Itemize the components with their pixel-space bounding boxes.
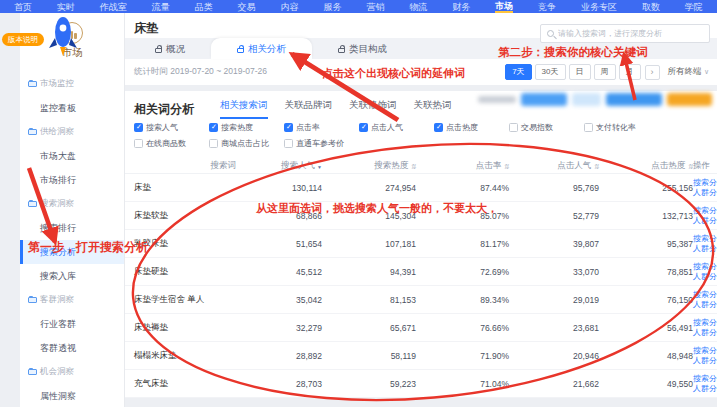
- related-words-panel: 相关词分析 相关搜索词关联品牌词关联修饰词关联热词 搜索人气 搜索热度 点击率: [125, 91, 717, 398]
- blurred-button[interactable]: [521, 93, 567, 106]
- nav-item[interactable]: 市场: [495, 0, 513, 13]
- nav-item[interactable]: 营销: [366, 0, 384, 13]
- nav-item[interactable]: 竞争: [538, 0, 556, 13]
- panel-subtab[interactable]: 关联修饰词: [349, 99, 397, 119]
- sidebar-item[interactable]: 市场监控: [20, 72, 124, 96]
- metric-checkbox[interactable]: 搜索人气: [134, 122, 209, 133]
- column-label: 点击人气: [557, 160, 591, 172]
- column-header[interactable]: 点击率: [416, 160, 509, 172]
- range-button[interactable]: 30天: [535, 64, 566, 80]
- nav-item[interactable]: 学院: [685, 0, 703, 13]
- column-label: 搜索词: [211, 160, 237, 172]
- search-popularity-cell: 68,866: [238, 211, 322, 221]
- blurred-button[interactable]: [606, 93, 662, 106]
- nav-item[interactable]: 实时: [57, 0, 75, 13]
- sidebar-item[interactable]: 行业客群: [20, 312, 124, 336]
- search-analysis-link[interactable]: 搜索分析: [693, 346, 717, 356]
- crowd-analysis-link[interactable]: 人群分析: [693, 244, 717, 254]
- search-analysis-link[interactable]: 搜索分析: [693, 374, 717, 384]
- metric-checkbox[interactable]: 商城点击占比: [209, 138, 284, 149]
- metric-checkbox[interactable]: 支付转化率: [584, 122, 659, 133]
- sidebar-item[interactable]: 搜索分析: [20, 240, 124, 264]
- metric-checkbox[interactable]: 点击人气: [359, 122, 434, 133]
- sidebar-item[interactable]: 监控看板: [20, 96, 124, 120]
- range-button[interactable]: 月: [619, 64, 641, 80]
- keyword-cell: 榻榻米床垫: [134, 350, 238, 362]
- search-analysis-link[interactable]: 搜索分析: [693, 234, 717, 244]
- crowd-analysis-link[interactable]: 人群分析: [693, 328, 717, 338]
- metric-checkbox[interactable]: 点击热度: [434, 122, 509, 133]
- sidebar-item[interactable]: 市场大盘: [20, 144, 124, 168]
- range-button[interactable]: 7天: [505, 64, 531, 80]
- panel-subtab[interactable]: 关联品牌词: [285, 99, 333, 119]
- search-analysis-link[interactable]: 搜索分析: [693, 318, 717, 328]
- page-tab[interactable]: 概况: [129, 38, 211, 59]
- search-analysis-link[interactable]: 搜索分析: [693, 262, 717, 272]
- terminal-dropdown[interactable]: 所有终端 ∨: [668, 66, 710, 78]
- nav-item[interactable]: 内容: [281, 0, 299, 13]
- nav-item[interactable]: 取数: [642, 0, 660, 13]
- nav-item[interactable]: 业务专区: [581, 0, 617, 13]
- page-tab[interactable]: 类目构成: [312, 38, 413, 59]
- click-heat-cell: 95,387: [599, 239, 693, 249]
- sidebar-item[interactable]: 搜索入库: [20, 264, 124, 288]
- range-button[interactable]: 周: [594, 64, 616, 80]
- folder-icon: [28, 81, 37, 87]
- range-button[interactable]: 日: [569, 64, 591, 80]
- nav-item[interactable]: 服务: [323, 0, 341, 13]
- crowd-analysis-link[interactable]: 人群分析: [693, 188, 717, 198]
- search-analysis-link[interactable]: 搜索分析: [693, 178, 717, 188]
- crowd-analysis-link[interactable]: 人群分析: [693, 272, 717, 282]
- sidebar-item[interactable]: 机会洞察: [20, 360, 124, 384]
- metric-label: 点击人气: [371, 122, 403, 133]
- metric-checkbox[interactable]: 搜索热度: [209, 122, 284, 133]
- checkbox-icon: [509, 123, 518, 132]
- crowd-analysis-link[interactable]: 人群分析: [693, 216, 717, 226]
- version-widget[interactable]: 版本说明: [2, 14, 92, 66]
- app-window: 首页实时作战室流量品类交易内容服务营销物流财务市场竞争业务专区取数学院 版本说明…: [0, 0, 717, 407]
- search-box[interactable]: [540, 24, 710, 43]
- rocket-icon: [46, 14, 80, 58]
- blurred-button[interactable]: [667, 93, 712, 106]
- search-analysis-link[interactable]: 搜索分析: [693, 206, 717, 216]
- crowd-analysis-link[interactable]: 人群分析: [693, 356, 717, 366]
- metric-checkbox[interactable]: 在线商品数: [134, 138, 209, 149]
- pager-next-button[interactable]: ›: [645, 65, 660, 80]
- panel-subtab[interactable]: 关联热词: [414, 99, 452, 119]
- sidebar-item[interactable]: 市场排行: [20, 168, 124, 192]
- folder-icon: [28, 369, 37, 375]
- panel-subtab[interactable]: 相关搜索词: [220, 99, 268, 119]
- checkbox-icon: [584, 123, 593, 132]
- nav-item[interactable]: 作战室: [100, 0, 127, 13]
- column-header[interactable]: 点击热度: [599, 160, 693, 172]
- nav-item[interactable]: 流量: [152, 0, 170, 13]
- nav-item[interactable]: 首页: [14, 0, 32, 13]
- nav-item[interactable]: 物流: [409, 0, 427, 13]
- search-input[interactable]: [558, 29, 703, 38]
- search-popularity-cell: 51,654: [238, 239, 322, 249]
- sidebar-item[interactable]: 属性洞察: [20, 384, 124, 407]
- sidebar-item[interactable]: 客群透视: [20, 336, 124, 360]
- table-row: 床垫学生宿舍 单人 35,042 81,153 89.34% 29,019 76…: [125, 286, 717, 314]
- sidebar-item[interactable]: 搜索洞察: [20, 192, 124, 216]
- sidebar-item[interactable]: 客群洞察: [20, 288, 124, 312]
- nav-item[interactable]: 财务: [452, 0, 470, 13]
- crowd-analysis-link[interactable]: 人群分析: [693, 300, 717, 310]
- metric-checkbox[interactable]: 直通车参考价: [284, 138, 359, 149]
- metric-checkbox[interactable]: 点击率: [284, 122, 359, 133]
- search-analysis-link[interactable]: 搜索分析: [693, 290, 717, 300]
- sidebar-item[interactable]: 搜索排行: [20, 216, 124, 240]
- column-header[interactable]: 点击人气: [509, 160, 599, 172]
- sidebar-item[interactable]: 供给洞察: [20, 120, 124, 144]
- column-header[interactable]: 搜索热度: [322, 160, 416, 172]
- column-header[interactable]: 搜索词: [134, 160, 238, 172]
- column-header[interactable]: 操作: [693, 160, 712, 172]
- column-header[interactable]: 搜索人气: [238, 160, 322, 172]
- crowd-analysis-link[interactable]: 人群分析: [693, 384, 717, 394]
- nav-item[interactable]: 品类: [195, 0, 213, 13]
- version-badge[interactable]: 版本说明: [2, 33, 44, 46]
- nav-item[interactable]: 交易: [238, 0, 256, 13]
- page-tab[interactable]: 相关分析: [211, 38, 312, 59]
- metric-checkbox[interactable]: 交易指数: [509, 122, 584, 133]
- actions-cell: 搜索分析 人群分析: [693, 290, 717, 310]
